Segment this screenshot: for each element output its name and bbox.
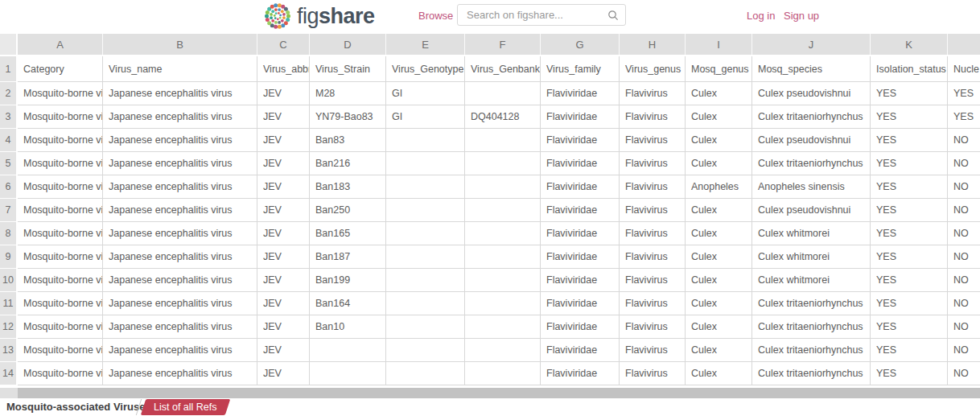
cell-G14[interactable]: Flaviviridae (541, 362, 620, 385)
cell-K8[interactable]: YES (871, 222, 948, 245)
cell-G12[interactable]: Flaviviridae (541, 315, 620, 339)
cell-D10[interactable]: Ban199 (310, 269, 386, 292)
column-header-H[interactable]: H (620, 34, 686, 55)
cell-I3[interactable]: Culex (686, 105, 752, 129)
row-number-6[interactable]: 6 (0, 175, 18, 199)
cell-E13[interactable] (386, 339, 465, 362)
cell-B5[interactable]: Japanese encephalitis virus (103, 152, 257, 175)
cell-G4[interactable]: Flaviviridae (541, 129, 620, 152)
cell-I10[interactable]: Culex (686, 269, 752, 292)
cell-K14[interactable]: YES (871, 362, 948, 385)
cell-B8[interactable]: Japanese encephalitis virus (103, 222, 257, 245)
cell-H10[interactable]: Flavivirus (620, 269, 686, 292)
cell-I6[interactable]: Anopheles (686, 175, 752, 199)
cell-I12[interactable]: Culex (686, 315, 752, 339)
cell-L14[interactable]: NO (948, 362, 980, 385)
cell-C13[interactable]: JEV (257, 339, 310, 362)
cell-C6[interactable]: JEV (257, 175, 310, 199)
cell-J5[interactable]: Culex tritaeniorhynchus (752, 152, 871, 175)
figshare-logo[interactable]: figshare (262, 1, 375, 31)
search-input[interactable] (458, 5, 625, 25)
row-number-3[interactable]: 3 (0, 105, 18, 129)
cell-B3[interactable]: Japanese encephalitis virus (103, 105, 257, 129)
cell-G10[interactable]: Flaviviridae (541, 269, 620, 292)
cell-A10[interactable]: Mosquito-borne virus (18, 269, 103, 292)
cell-G13[interactable]: Flaviviridae (541, 339, 620, 362)
row-number-13[interactable]: 13 (0, 339, 18, 362)
cell-I8[interactable]: Culex (686, 222, 752, 245)
cell-H3[interactable]: Flavivirus (620, 105, 686, 129)
cell-I1[interactable]: Mosq_genus (686, 56, 752, 82)
cell-I2[interactable]: Culex (686, 82, 752, 105)
cell-F5[interactable] (465, 152, 541, 175)
tab-mosquito-associated-viruses[interactable]: Mosquito-associated Viruses (6, 398, 151, 416)
cell-E8[interactable] (386, 222, 465, 245)
cell-F6[interactable] (465, 175, 541, 199)
cell-L10[interactable]: NO (948, 269, 980, 292)
column-header-I[interactable]: I (686, 34, 752, 55)
cell-C11[interactable]: JEV (257, 292, 310, 315)
cell-I9[interactable]: Culex (686, 245, 752, 269)
cell-H8[interactable]: Flavivirus (620, 222, 686, 245)
row-number-2[interactable]: 2 (0, 82, 18, 105)
cell-D9[interactable]: Ban187 (310, 245, 386, 269)
cell-A5[interactable]: Mosquito-borne virus (18, 152, 103, 175)
cell-I11[interactable]: Culex (686, 292, 752, 315)
cell-B4[interactable]: Japanese encephalitis virus (103, 129, 257, 152)
cell-I13[interactable]: Culex (686, 339, 752, 362)
cell-E3[interactable]: GI (386, 105, 465, 129)
cell-A14[interactable]: Mosquito-borne virus (18, 362, 103, 385)
cell-F3[interactable]: DQ404128 (465, 105, 541, 129)
cell-G8[interactable]: Flaviviridae (541, 222, 620, 245)
row-number-12[interactable]: 12 (0, 315, 18, 339)
scrollbar-thumb[interactable] (18, 388, 980, 398)
cell-G9[interactable]: Flaviviridae (541, 245, 620, 269)
column-header-F[interactable]: F (465, 34, 541, 55)
cell-H6[interactable]: Flavivirus (620, 175, 686, 199)
cell-A6[interactable]: Mosquito-borne virus (18, 175, 103, 199)
cell-J2[interactable]: Culex pseudovishnui (752, 82, 871, 105)
cell-J14[interactable]: Culex tritaeniorhynchus (752, 362, 871, 385)
cell-L6[interactable]: NO (948, 175, 980, 199)
cell-A13[interactable]: Mosquito-borne virus (18, 339, 103, 362)
signup-link[interactable]: Sign up (784, 10, 819, 22)
cell-K9[interactable]: YES (871, 245, 948, 269)
cell-L9[interactable]: NO (948, 245, 980, 269)
column-header-K[interactable]: K (871, 34, 948, 55)
cell-L2[interactable]: YES (948, 82, 980, 105)
cell-L3[interactable]: YES (948, 105, 980, 129)
cell-I14[interactable]: Culex (686, 362, 752, 385)
row-number-10[interactable]: 10 (0, 269, 18, 292)
cell-D8[interactable]: Ban165 (310, 222, 386, 245)
cell-C8[interactable]: JEV (257, 222, 310, 245)
cell-C10[interactable]: JEV (257, 269, 310, 292)
row-number-11[interactable]: 11 (0, 292, 18, 315)
cell-K12[interactable]: YES (871, 315, 948, 339)
cell-C3[interactable]: JEV (257, 105, 310, 129)
cell-A8[interactable]: Mosquito-borne virus (18, 222, 103, 245)
cell-H13[interactable]: Flavivirus (620, 339, 686, 362)
row-number-4[interactable]: 4 (0, 129, 18, 152)
cell-G5[interactable]: Flaviviridae (541, 152, 620, 175)
cell-B7[interactable]: Japanese encephalitis virus (103, 199, 257, 222)
cell-F10[interactable] (465, 269, 541, 292)
cell-E11[interactable] (386, 292, 465, 315)
cell-E6[interactable] (386, 175, 465, 199)
cell-A9[interactable]: Mosquito-borne virus (18, 245, 103, 269)
cell-C12[interactable]: JEV (257, 315, 310, 339)
cell-L1[interactable]: Nucle (948, 56, 980, 82)
row-number-14[interactable]: 14 (0, 362, 18, 385)
cell-K6[interactable]: YES (871, 175, 948, 199)
cell-E9[interactable] (386, 245, 465, 269)
cell-J9[interactable]: Culex whitmorei (752, 245, 871, 269)
cell-F8[interactable] (465, 222, 541, 245)
cell-K3[interactable]: YES (871, 105, 948, 129)
cell-G6[interactable]: Flaviviridae (541, 175, 620, 199)
cell-K13[interactable]: YES (871, 339, 948, 362)
login-link[interactable]: Log in (747, 10, 775, 22)
cell-D5[interactable]: Ban216 (310, 152, 386, 175)
cell-D1[interactable]: Virus_Strain (310, 56, 386, 82)
browse-link[interactable]: Browse (418, 10, 453, 22)
cell-I4[interactable]: Culex (686, 129, 752, 152)
cell-J1[interactable]: Mosq_species (752, 56, 871, 82)
